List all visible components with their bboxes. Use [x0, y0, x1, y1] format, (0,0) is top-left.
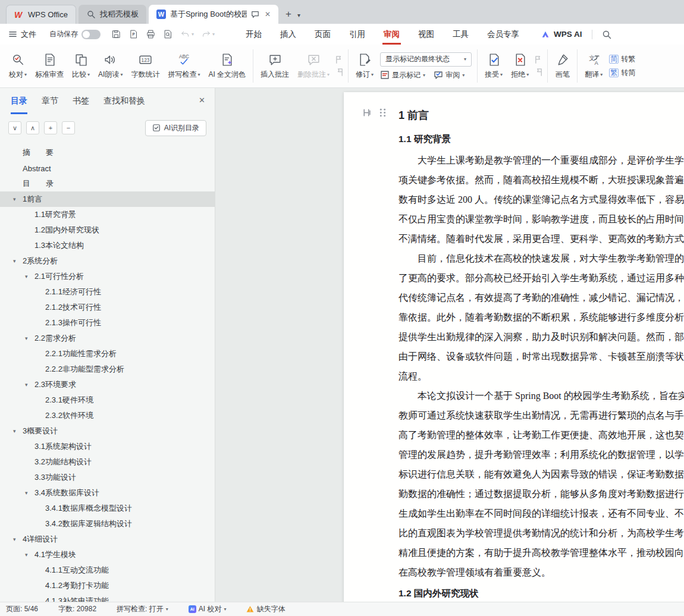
toc-item[interactable]: ▾ 3.1系统架构设计 — [0, 439, 215, 454]
toc-expand-arrow-icon[interactable]: ▾ — [25, 490, 28, 496]
heading-level-icon[interactable] — [362, 108, 372, 118]
accept-change-button[interactable]: 接受▾ — [481, 49, 507, 83]
ai-polish-button[interactable]: AI 全文润色 — [204, 49, 250, 83]
document-line[interactable]: 生成如学生出勤率在不同时间段的详细统计报表，还有不同专业、不 — [399, 504, 684, 523]
demote-button[interactable]: − — [62, 121, 75, 134]
toc-expand-arrow-icon[interactable]: ▾ — [25, 382, 28, 388]
review-pane-button[interactable]: 审阅 ▾ — [434, 70, 465, 80]
toc-expand-arrow-icon[interactable]: ▾ — [13, 536, 16, 542]
ai-recognize-toc-button[interactable]: AI识别目录 — [145, 120, 206, 136]
document-line[interactable]: 比的直观图表为学校管理提供考勤情况的统计和分析，为高校学生考勤 — [399, 523, 684, 543]
delete-comment-button[interactable]: 删除批注▾ — [293, 49, 334, 83]
previous-change-icon[interactable] — [534, 55, 543, 64]
print-icon[interactable] — [146, 29, 156, 39]
document-line[interactable]: 代传统簿记点名，有效提高了考勤的准确性，减少错记、漏记情况， — [399, 288, 684, 307]
spell-check-button[interactable]: ABC 拼写检查▾ — [164, 49, 204, 83]
toc-expand-arrow-icon[interactable]: ▾ — [13, 196, 16, 202]
new-tab-button[interactable]: + — [285, 8, 291, 20]
toc-item[interactable]: ▾ 4.1.2考勤打卡功能 — [0, 578, 215, 593]
drag-handle-icon[interactable] — [378, 108, 388, 118]
missing-font-warning[interactable]: 缺失字体 — [246, 604, 285, 614]
document-line[interactable]: 教师可通过系统快速获取学生出勤情况，无需再进行繁琐的点名与手 — [399, 406, 684, 425]
toc-item[interactable]: ▾ 2.3.2软件环境 — [0, 408, 215, 423]
toc-item[interactable]: ▾ 3.4系统数据库设计 — [0, 485, 215, 501]
document-line[interactable]: 不仅占用宝贵的课堂教学时间，影响教学进度，而且较长的占用时间 — [399, 209, 684, 229]
toc-item[interactable]: ▾ 4.1学生模块 — [0, 547, 215, 562]
next-comment-icon[interactable] — [335, 68, 344, 77]
ai-proofread-status[interactable]: AIAI 校对▾ — [189, 604, 227, 614]
insert-comment-button[interactable]: 插入批注 — [256, 49, 293, 83]
document-line[interactable]: 在高校教学管理领域有着重要意义。 — [399, 562, 684, 582]
tab-list-chevron-icon[interactable]: ▾ — [297, 12, 300, 18]
compare-button[interactable]: 比较▾ — [68, 49, 94, 83]
toc-item[interactable]: ▾ 2.3.1硬件环境 — [0, 392, 215, 408]
previous-comment-icon[interactable] — [335, 55, 344, 64]
toc-item[interactable]: ▾ 3.3功能设计 — [0, 470, 215, 485]
simplified-to-traditional-button[interactable]: 简 转繁 — [609, 54, 635, 64]
ribbon-tab[interactable]: 页面 — [313, 24, 332, 45]
search-icon[interactable] — [602, 30, 611, 39]
ribbon-tab[interactable]: 开始 — [244, 24, 263, 45]
close-sidebar-icon[interactable]: ✕ — [199, 96, 205, 105]
document-line[interactable]: 目前，信息化技术在高校的快速发展，对大学生教学考勤管理的 — [399, 249, 684, 268]
close-tab-icon[interactable]: ✕ — [265, 10, 271, 18]
document-line[interactable]: 标识进行信息关联，能有效避免人为因素导致的错误，保证考勤数据 — [399, 464, 684, 484]
tab-docer-templates[interactable]: 找稻壳模板 — [79, 5, 146, 24]
ink-brush-button[interactable]: 画笔 — [551, 49, 574, 83]
toc-item[interactable]: ▾ 2.2需求分析 — [0, 331, 215, 346]
autosave-toggle[interactable] — [81, 30, 101, 39]
toc-expand-arrow-icon[interactable]: ▾ — [13, 258, 16, 264]
toc-item[interactable]: ▾ 3.4.1数据库概念模型设计 — [0, 501, 215, 516]
document-line[interactable]: 管理的发展趋势，提升考勤管理效率；利用系统化的数据管理，以学 — [399, 445, 684, 464]
toc-item[interactable]: ▾ 3概要设计 — [0, 423, 215, 439]
toc-item[interactable]: ▾ 目 录 — [0, 176, 215, 191]
ribbon-tab[interactable]: 视图 — [417, 24, 435, 45]
toc-item[interactable]: ▾ 1.1研究背景 — [0, 207, 215, 222]
sidebar-tab[interactable]: 章节 — [42, 88, 58, 114]
document-line[interactable]: 靠依据。此外，随着考勤数据的不断积累，系统能够进行多维度分析 — [399, 307, 684, 327]
ribbon-tab[interactable]: 插入 — [279, 24, 297, 45]
document-line[interactable]: 1 前言 — [399, 103, 684, 128]
toc-expand-arrow-icon[interactable]: ▾ — [25, 552, 28, 558]
ribbon-tab[interactable]: 会员专享 — [486, 24, 520, 45]
document-line[interactable]: 由于网络、设备或软件问题，时常出现数据异常、卡顿甚至崩溃等状 — [399, 347, 684, 366]
redo-button[interactable]: ▾ — [201, 29, 215, 39]
toc-item[interactable]: ▾ 2.1.2技术可行性 — [0, 300, 215, 315]
document-line[interactable]: 1.1 研究背景 — [399, 128, 684, 150]
print-preview-icon[interactable] — [163, 29, 173, 39]
document-line[interactable]: 项关键参考依据。然而，随着高校招生规模不断，大班授课现象普遍 — [399, 170, 684, 190]
toc-item[interactable]: ▾ 1前言 — [0, 191, 215, 207]
toc-item[interactable]: ▾ 4详细设计 — [0, 532, 215, 547]
document-line[interactable]: 流程。 — [399, 366, 684, 386]
toc-expand-arrow-icon[interactable]: ▾ — [25, 274, 28, 279]
toc-item[interactable]: ▾ 2.1.1经济可行性 — [0, 284, 215, 300]
toc-item[interactable]: ▾ 2.1.3操作可行性 — [0, 315, 215, 331]
sidebar-tab[interactable]: 书签 — [73, 88, 89, 114]
toc-expand-arrow-icon[interactable]: ▾ — [13, 428, 16, 434]
document-line[interactable]: 不满情绪。随着时代发展，采用更合理、更科学、更高效的考勤方式 — [399, 229, 684, 249]
ribbon-tab[interactable]: 工具 — [451, 24, 470, 45]
document-line[interactable]: 高了考勤管理的整体效率，让考勤工作更便捷、高效地开展，这也契 — [399, 425, 684, 445]
tab-document[interactable]: W 基于Spring Boot的校园学生 ✕ — [149, 5, 278, 24]
toc-item[interactable]: ▾ 4.1.3补签申请功能 — [0, 593, 215, 602]
document-line[interactable]: 提供学生出勤规律的深入洞察，助力及时识别和解决问题。然而，部分 — [399, 327, 684, 347]
track-changes-button[interactable]: 修订▾ — [352, 49, 378, 83]
tab-wps-office[interactable]: W WPS Office — [6, 5, 76, 24]
toc-item[interactable]: ▾ 4.1.1互动交流功能 — [0, 562, 215, 578]
proofread-button[interactable]: 校对▾ — [5, 49, 31, 83]
document-line[interactable]: 本论文拟设计一个基于 Spring Boot 的校园学生考勤系统，旨在实 — [399, 386, 684, 406]
next-change-icon[interactable] — [534, 68, 543, 77]
document-line[interactable]: 数有时多达近 200 人。传统的课堂簿记点名方式显得效率低下，容易 — [399, 190, 684, 209]
toc-item[interactable]: ▾ 2系统分析 — [0, 253, 215, 269]
toc-item[interactable]: ▾ 3.2功能结构设计 — [0, 454, 215, 470]
toc-item[interactable]: ▾ 2.3环境要求 — [0, 377, 215, 392]
toc-item[interactable]: ▾ 2.2.1功能性需求分析 — [0, 346, 215, 362]
ribbon-tab[interactable]: 引用 — [348, 24, 366, 45]
toc-item[interactable]: ▾ 摘 要 — [0, 145, 215, 161]
collapse-all-button[interactable]: ∨ — [8, 121, 21, 134]
toc-item[interactable]: ▾ 2.1可行性分析 — [0, 269, 215, 284]
traditional-to-simplified-button[interactable]: 繁 转简 — [609, 68, 635, 78]
standard-review-button[interactable]: 标准审查 — [31, 49, 68, 83]
toc-item[interactable]: ▾ 1.2国内外研究现状 — [0, 222, 215, 238]
undo-button[interactable]: ▾ — [180, 29, 194, 39]
